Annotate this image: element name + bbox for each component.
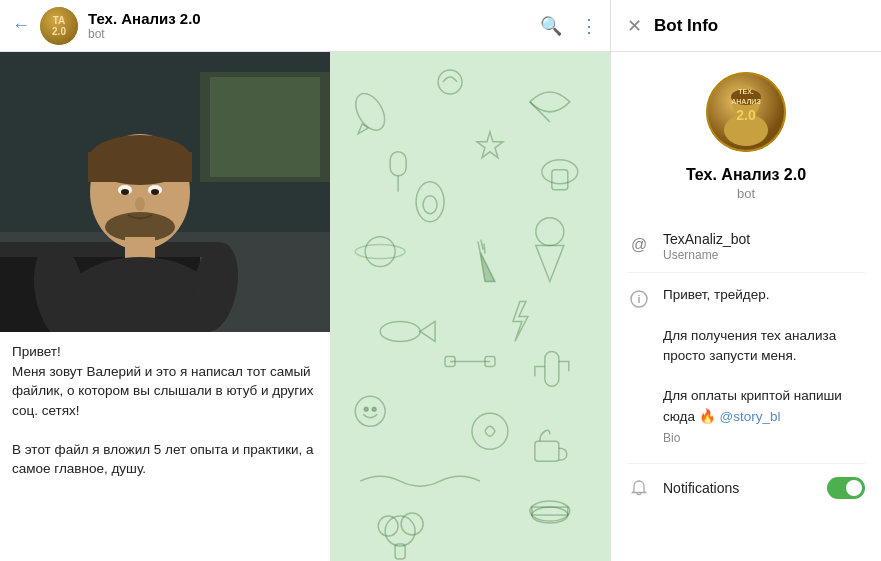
bot-info-header: ✕ Bot Info bbox=[611, 0, 881, 52]
username-value: TexAnaliz_bot bbox=[663, 231, 865, 247]
more-icon[interactable]: ⋮ bbox=[580, 15, 598, 37]
bio-link[interactable]: @story_bl bbox=[719, 409, 780, 424]
svg-rect-9 bbox=[88, 152, 192, 182]
user-photo bbox=[0, 52, 330, 332]
svg-point-37 bbox=[364, 407, 368, 411]
info-icon: i bbox=[627, 287, 651, 311]
avatar-inner: ТА2.0 bbox=[40, 7, 78, 45]
svg-rect-5 bbox=[0, 242, 220, 257]
chat-header: ← ТА2.0 Тех. Анализ 2.0 bot 🔍 ⋮ bbox=[0, 0, 610, 52]
avatar: ТА2.0 bbox=[40, 7, 78, 45]
chat-content: Привет! Меня зовут Валерий и это я напис… bbox=[0, 52, 610, 561]
chat-right-column bbox=[330, 52, 610, 561]
username-label: Username bbox=[663, 248, 865, 262]
bio-section: i Привет, трейдер. Для получения тех ана… bbox=[627, 273, 865, 464]
bell-icon bbox=[627, 476, 651, 500]
notifications-row: Notifications bbox=[627, 464, 865, 512]
svg-point-14 bbox=[135, 197, 145, 211]
left-panel: ← ТА2.0 Тех. Анализ 2.0 bot 🔍 ⋮ bbox=[0, 0, 610, 561]
bio-line1: Привет, трейдер. Для получения тех анали… bbox=[663, 285, 865, 427]
bio-label: Bio bbox=[663, 431, 865, 445]
chat-title: Тех. Анализ 2.0 bbox=[88, 10, 530, 27]
chat-message: Привет! Меня зовут Валерий и это я напис… bbox=[12, 344, 314, 476]
header-icons: 🔍 ⋮ bbox=[540, 15, 598, 37]
header-info: Тех. Анализ 2.0 bot bbox=[88, 10, 530, 41]
at-icon: @ bbox=[627, 233, 651, 257]
chat-subtitle: bot bbox=[88, 27, 530, 41]
bot-info-title: Bot Info bbox=[654, 16, 718, 36]
notifications-label: Notifications bbox=[663, 480, 815, 496]
bot-name: Тех. Анализ 2.0 bbox=[627, 166, 865, 184]
close-button[interactable]: ✕ bbox=[627, 15, 642, 37]
svg-point-12 bbox=[121, 189, 129, 195]
svg-text:ТЕХ.: ТЕХ. bbox=[738, 88, 754, 95]
svg-text:2.0: 2.0 bbox=[736, 107, 756, 123]
chat-left-column: Привет! Меня зовут Валерий и это я напис… bbox=[0, 52, 330, 561]
bio-content: Привет, трейдер. Для получения тех анали… bbox=[663, 285, 865, 445]
bio-row: i Привет, трейдер. Для получения тех ана… bbox=[627, 285, 865, 451]
chat-text: Привет! Меня зовут Валерий и это я напис… bbox=[0, 332, 330, 489]
svg-rect-20 bbox=[330, 52, 609, 561]
right-panel: ✕ Bot Info ТЕХ. АНАЛИЗ bbox=[610, 0, 881, 561]
svg-point-38 bbox=[372, 407, 376, 411]
bot-info-body: ТЕХ. АНАЛИЗ 2.0 Тех. Анализ 2.0 bot @ Te… bbox=[611, 52, 881, 561]
pattern-background bbox=[330, 52, 610, 561]
bot-avatar-large: ТЕХ. АНАЛИЗ 2.0 bbox=[706, 72, 786, 152]
back-button[interactable]: ← bbox=[12, 15, 30, 36]
username-content: TexAnaliz_bot Username bbox=[663, 231, 865, 262]
svg-point-13 bbox=[151, 189, 159, 195]
svg-rect-3 bbox=[210, 77, 320, 177]
svg-text:АНАЛИЗ: АНАЛИЗ bbox=[731, 98, 761, 105]
svg-text:i: i bbox=[637, 293, 640, 305]
bot-type: bot bbox=[627, 186, 865, 201]
username-row: @ TexAnaliz_bot Username bbox=[627, 221, 865, 273]
search-icon[interactable]: 🔍 bbox=[540, 15, 562, 37]
notifications-toggle[interactable] bbox=[827, 477, 865, 499]
